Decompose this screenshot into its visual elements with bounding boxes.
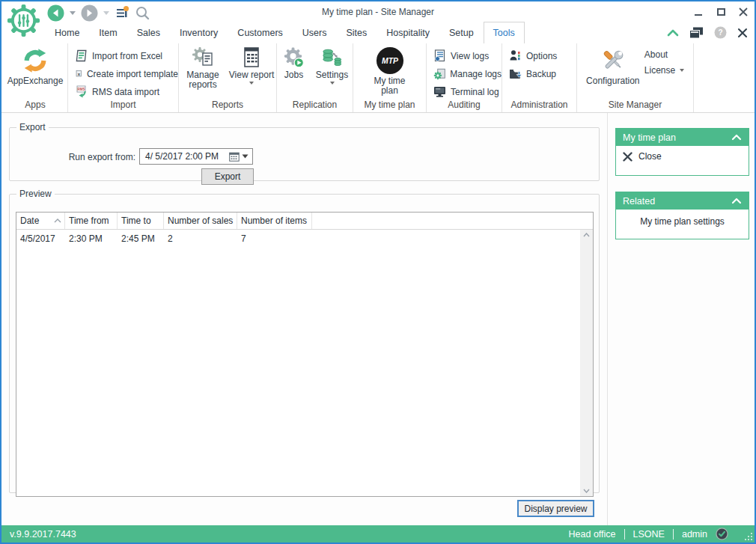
status-bar: v.9.9.2017.7443 Head office LSONE admin: [1, 525, 755, 543]
close-action-icon: [623, 152, 632, 162]
table-row[interactable]: 4/5/2017 2:30 PM 2:45 PM 2 7: [16, 230, 593, 248]
ribbon-group-import: Import from Excel x Create import templa…: [68, 43, 179, 112]
vertical-scrollbar[interactable]: [580, 230, 593, 496]
datetime-dropdown-caret: [242, 154, 249, 159]
jobs-button[interactable]: Jobs: [278, 43, 310, 80]
group-label-site-manager: Site Manager: [577, 99, 693, 112]
group-label-reports: Reports: [179, 99, 276, 112]
collapse-ribbon-icon[interactable]: [667, 29, 679, 37]
tab-tools[interactable]: Tools: [484, 22, 525, 43]
back-history-caret[interactable]: [70, 11, 76, 15]
panel-related-header[interactable]: Related: [616, 192, 749, 210]
create-import-template-button[interactable]: x Create import template: [75, 67, 178, 80]
display-preview-button[interactable]: Display preview: [517, 500, 594, 517]
status-terminal: LSONE: [633, 529, 665, 540]
my-time-plan-button[interactable]: MTP My time plan: [366, 43, 414, 99]
version-label: v.9.9.2017.7443: [10, 529, 76, 540]
column-header-date[interactable]: Date: [16, 213, 65, 229]
replication-settings-label: Settings: [316, 70, 348, 80]
ribbon-group-replication: Jobs: [277, 43, 353, 112]
replication-settings-dropdown-caret[interactable]: [330, 82, 335, 85]
back-button[interactable]: [47, 4, 64, 22]
view-report-button[interactable]: View report: [228, 43, 275, 85]
status-right: Head office LSONE admin: [569, 528, 746, 540]
options-icon: [509, 49, 522, 62]
minimize-button[interactable]: [693, 7, 704, 17]
column-header-time-from[interactable]: Time from: [65, 213, 118, 229]
manage-reports-button[interactable]: Manage reports: [180, 43, 225, 90]
datetime-picker-controls[interactable]: [229, 152, 252, 162]
create-import-template-label: Create import template: [87, 69, 178, 79]
configuration-button[interactable]: Configuration: [586, 43, 640, 86]
export-button[interactable]: Export: [201, 168, 254, 185]
maximize-button[interactable]: [716, 7, 726, 17]
license-button[interactable]: License: [644, 65, 684, 76]
tab-inventory[interactable]: Inventory: [170, 22, 228, 43]
ribbon-tab-bar: Home Item Sales Inventory Customers User…: [1, 22, 755, 43]
group-label-my-time-plan: My time plan: [353, 99, 426, 112]
cell-number-of-items: 7: [237, 233, 312, 244]
tab-hospitality[interactable]: Hospitality: [377, 22, 439, 43]
run-export-from-datetime-field[interactable]: 4/ 5/2017 2:00 PM: [139, 148, 253, 165]
tab-setup[interactable]: Setup: [439, 22, 484, 43]
manage-logs-button[interactable]: Manage logs: [433, 67, 502, 80]
cell-time-to: 2:45 PM: [118, 233, 164, 244]
panel-collapse-icon[interactable]: [731, 134, 742, 141]
close-window-button[interactable]: [738, 7, 749, 17]
backup-button[interactable]: Backup: [509, 67, 576, 80]
configuration-label: Configuration: [586, 76, 639, 86]
my-time-plan-settings-link[interactable]: My time plan settings: [623, 215, 742, 227]
sidebar-close-action[interactable]: Close: [623, 151, 742, 162]
tab-users[interactable]: Users: [293, 22, 337, 43]
column-header-number-of-sales[interactable]: Number of sales: [164, 213, 237, 229]
panel-related: Related My time plan settings: [615, 192, 749, 239]
scroll-up-icon[interactable]: [583, 233, 590, 237]
quick-access-toolbar: [47, 4, 150, 22]
help-icon[interactable]: ?: [714, 26, 727, 39]
open-pages-list-icon[interactable]: [115, 5, 129, 21]
column-header-number-of-items[interactable]: Number of items: [237, 213, 312, 229]
switch-windows-icon[interactable]: [689, 27, 704, 39]
scroll-down-icon[interactable]: [583, 489, 590, 493]
resize-grip[interactable]: [745, 533, 753, 541]
tab-sites[interactable]: Sites: [336, 22, 377, 43]
about-button[interactable]: About: [644, 49, 684, 60]
rms-data-import-button[interactable]: RMS RMS data import: [75, 85, 178, 98]
replication-settings-button[interactable]: Settings: [313, 43, 352, 85]
panel-my-time-plan: My time plan Close: [615, 128, 749, 176]
import-from-excel-icon: [75, 49, 88, 62]
appexchange-button[interactable]: AppExchange: [7, 43, 64, 99]
tab-customers[interactable]: Customers: [228, 22, 292, 43]
ribbon-group-auditing: View logs: [427, 43, 502, 112]
status-divider: [624, 529, 625, 540]
tab-home[interactable]: Home: [45, 22, 89, 43]
import-from-excel-button[interactable]: Import from Excel: [75, 49, 178, 62]
view-report-dropdown-caret[interactable]: [249, 82, 254, 85]
appexchange-icon: [21, 46, 49, 75]
configuration-icon: [599, 46, 627, 75]
view-logs-button[interactable]: View logs: [433, 49, 502, 62]
forward-button[interactable]: [81, 4, 98, 22]
column-header-time-to[interactable]: Time to: [118, 213, 164, 229]
my-time-plan-icon: MTP: [376, 46, 404, 75]
panel-my-time-plan-header[interactable]: My time plan: [616, 129, 749, 146]
terminal-log-button[interactable]: Terminal log: [433, 85, 502, 98]
panel-title: Related: [623, 196, 655, 207]
forward-history-caret[interactable]: [103, 11, 109, 15]
view-logs-label: View logs: [451, 51, 489, 61]
ribbon-group-site-manager: Configuration About License Site Manager: [577, 43, 694, 112]
group-label-import: Import: [68, 99, 178, 112]
terminal-log-icon: [433, 85, 446, 98]
window-controls: [693, 1, 749, 22]
panel-title: My time plan: [623, 132, 676, 143]
jobs-label: Jobs: [284, 70, 303, 80]
column-header-filler: [312, 213, 593, 229]
cell-date: 4/5/2017: [16, 233, 65, 244]
panel-collapse-icon[interactable]: [731, 198, 742, 204]
close-page-icon[interactable]: [737, 28, 748, 38]
tab-item[interactable]: Item: [89, 22, 126, 43]
search-icon[interactable]: [135, 5, 150, 21]
tab-sales[interactable]: Sales: [127, 22, 170, 43]
options-button[interactable]: Options: [509, 49, 576, 62]
export-groupbox: Export Run export from: 4/ 5/2017 2:00 P…: [9, 122, 600, 181]
